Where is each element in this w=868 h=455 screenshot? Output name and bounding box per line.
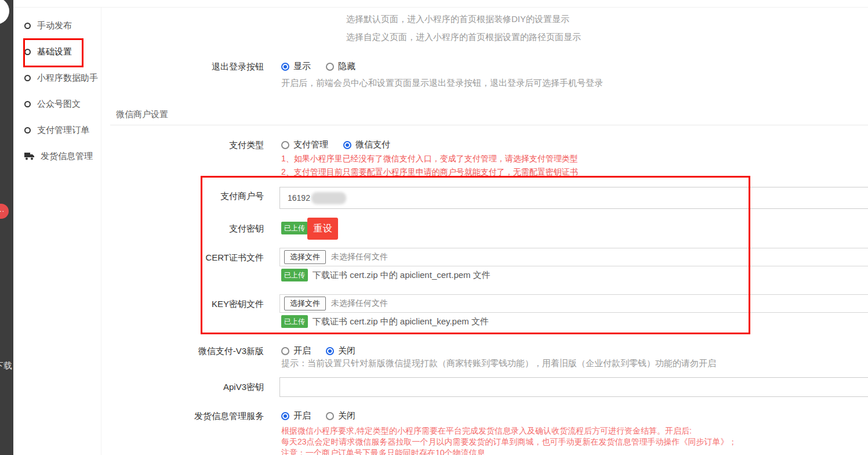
radio-label: 支付管理 [293,139,328,150]
radio-v3-off[interactable]: 关闭 [326,345,355,356]
radio-checked-icon[interactable] [281,63,289,71]
radio-label: 隐藏 [338,61,355,72]
top-menu-agent-income[interactable]: ○ 代理商收益管理 [99,0,168,1]
choose-file-button[interactable]: 选择文件 [284,250,326,264]
radio-label: 微信支付 [355,139,390,150]
shipping-note-3: 注意：一个商户订单号下最多只能同时存在10个物流信息 [281,446,485,455]
section-title-wechat-merchant: 微信商户设置 [116,109,168,120]
pay-type-note-2: 2、支付管理目前只需要配置小程序里申请的商户号就能支付了，无需配置密钥证书 [281,165,578,179]
top-menu-label: 客户管理 [197,0,232,1]
pay-type-note-1: 1、如果小程序里已经没有了微信支付入口，变成了支付管理，请选择支付管理类型 [281,152,578,165]
radio-unchecked-icon[interactable] [281,141,289,149]
top-menu-label: 云库存商品 [36,0,79,1]
sidebar-item-basic-settings[interactable]: 基础设置 [13,39,101,65]
cert-file-label: CERT证书文件 [101,252,264,263]
radio-label: 关闭 [338,345,355,356]
radio-label: 开启 [293,345,311,356]
sidebar-item-label: 发货信息管理 [41,151,93,162]
circle-icon [24,101,31,107]
pay-type-radio-group: 支付管理 微信支付 [281,139,390,150]
v3-tip-text: 提示：当前设置只针对新版微信提现打款（商家转账到零钱功能），用着旧版（企业付款到… [281,358,716,369]
left-dark-rail: .. 下载 [0,0,13,455]
top-menu-investment[interactable]: ↻ 招商 [308,0,335,1]
uploaded-badge: 已上传 [281,222,308,234]
radio-shipping-off[interactable]: 关闭 [326,410,355,421]
key-note-text: 下载证书 cert.zip 中的 apiclient_key.pem 文件 [313,316,489,327]
merchant-id-value: 16192 [288,193,310,203]
radio-unchecked-icon[interactable] [281,347,289,355]
top-menu-bar: ∞ 云库存商品 ○ 代理商收益管理 ▣ 客户管理 ▣ 新店铺 ↻ 招商 ☰ 新客… [13,0,868,8]
choose-file-button[interactable]: 选择文件 [284,297,326,310]
merchant-id-input[interactable]: 16192 [279,187,868,209]
download-link[interactable]: 下载 [0,360,12,371]
radio-pay-management[interactable]: 支付管理 [281,139,328,150]
top-menu-fission[interactable]: ☰ 新客裂变 [354,0,399,1]
radio-label: 关闭 [338,410,355,421]
pay-type-label: 支付类型 [101,140,264,151]
circle-icon [24,127,31,133]
settings-sidebar: 手动发布 基础设置 小程序数据助手 公众号图文 支付管理订单 发货信息管理 [13,8,101,455]
basic-settings-form: 选择默认页面，进入小程序的首页根据装修DIY的设置显示 选择自定义页面，进入小程… [101,8,868,455]
reset-secret-button[interactable]: 重设 [307,218,338,240]
uploaded-badge: 已上传 [281,315,308,328]
key-file-input[interactable]: 选择文件 未选择任何文件 [279,294,868,313]
radio-checked-icon[interactable] [281,412,289,420]
radio-checked-icon[interactable] [343,141,351,149]
logout-help-text: 开启后，前端会员中心和设置页面显示退出登录按钮，退出登录后可选择手机号登录 [281,78,603,89]
radio-label: 显示 [293,61,311,72]
radio-wechat-pay[interactable]: 微信支付 [343,139,390,150]
logout-radio-group: 显示 隐藏 [281,61,355,72]
cert-note-text: 下载证书 cert.zip 中的 apiclient_cert.pem 文件 [313,270,491,281]
radio-label: 开启 [293,410,311,421]
radio-unchecked-icon[interactable] [326,63,334,71]
sidebar-item-manual-publish[interactable]: 手动发布 [13,13,101,39]
sidebar-item-label: 手动发布 [37,20,72,31]
apiv3-key-input[interactable] [279,377,868,397]
sidebar-item-shipping-info[interactable]: 发货信息管理 [13,143,101,169]
redaction-blur [311,192,346,204]
sidebar-item-label: 基础设置 [37,46,72,57]
top-menu-label: 代理商收益管理 [107,0,168,1]
merchant-id-label: 支付商户号 [101,191,264,202]
pay-secret-label: 支付密钥 [101,223,264,234]
notification-badge[interactable]: .. [0,204,9,219]
avatar[interactable] [0,0,9,24]
shipping-service-label: 发货信息管理服务 [101,411,264,422]
file-placeholder: 未选择任何文件 [331,298,388,309]
radio-show[interactable]: 显示 [281,61,311,72]
file-placeholder: 未选择任何文件 [331,252,388,262]
default-page-help-text: 选择默认页面，进入小程序的首页根据装修DIY的设置显示 [346,14,569,25]
radio-checked-icon[interactable] [326,347,334,355]
shipping-radio-group: 开启 关闭 [281,410,355,421]
key-upload-note: 已上传 下载证书 cert.zip 中的 apiclient_key.pem 文… [281,315,489,328]
cert-file-input[interactable]: 选择文件 未选择任何文件 [279,248,868,266]
top-menu-agent-dividend[interactable]: ☰ 代理商分红议 [418,0,480,1]
key-file-label: KEY密钥文件 [101,299,264,310]
uploaded-badge: 已上传 [281,269,308,281]
sidebar-item-payment-orders[interactable]: 支付管理订单 [13,117,101,143]
apiv3-key-label: ApiV3密钥 [101,382,264,393]
top-menu-new-shop[interactable]: ▣ 新店铺 [252,0,288,1]
radio-hide[interactable]: 隐藏 [326,61,355,72]
sidebar-item-miniapp-data[interactable]: 小程序数据助手 [13,65,101,91]
radio-shipping-on[interactable]: 开启 [281,410,311,421]
truck-icon [24,153,34,160]
logout-button-label: 退出登录按钮 [101,62,264,73]
sidebar-item-official-articles[interactable]: 公众号图文 [13,91,101,117]
sidebar-item-label: 支付管理订单 [37,125,89,136]
custom-page-help-text: 选择自定义页面，进入小程序的首页根据设置的路径页面显示 [346,32,581,43]
sidebar-item-label: 公众号图文 [37,99,81,110]
section-divider [110,125,868,125]
circle-icon [24,49,31,55]
radio-unchecked-icon[interactable] [326,412,334,420]
radio-v3-on[interactable]: 开启 [281,345,311,356]
top-menu-label: 招商 [317,0,335,1]
top-menu-label: 代理商分红议 [428,0,480,1]
top-menu-customer-mgmt[interactable]: ▣ 客户管理 [187,0,232,1]
circle-icon [24,23,31,29]
wechatpay-v3-label: 微信支付-V3新版 [101,346,264,357]
top-menu-cloud-stock[interactable]: ∞ 云库存商品 [28,0,79,1]
v3-radio-group: 开启 关闭 [281,345,355,356]
top-menu-label: 新店铺 [262,0,288,1]
cert-upload-note: 已上传 下载证书 cert.zip 中的 apiclient_cert.pem … [281,269,491,281]
